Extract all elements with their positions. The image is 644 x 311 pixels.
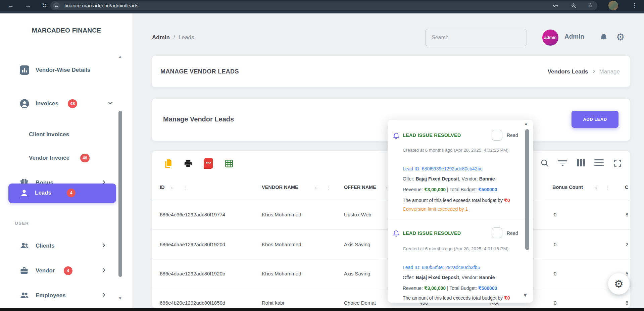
column-menu-icon[interactable]: ⋮ bbox=[605, 185, 610, 190]
read-checkbox[interactable] bbox=[492, 130, 502, 141]
banner-crumb-secondary: Manage bbox=[599, 68, 620, 75]
notifications-bell-icon[interactable] bbox=[599, 33, 608, 44]
column-menu-icon[interactable]: ⋮ bbox=[326, 185, 331, 190]
lead-id-link[interactable]: Lead ID: 680f58f3e1292adc80cb3fb5 bbox=[403, 265, 480, 270]
notification-created: Created at 6 months ago (Apr 28, 2025, 4… bbox=[403, 245, 521, 253]
browser-tabstrip-edge bbox=[0, 11, 644, 13]
leads-badge: 4 bbox=[67, 189, 76, 197]
read-label: Read bbox=[507, 133, 518, 138]
notification-exceeds-line: The amount of this lead exceeds total bu… bbox=[403, 198, 510, 203]
notification-title: LEAD ISSUE RESOLVED bbox=[403, 133, 461, 138]
bookmark-star-icon[interactable]: ☆ bbox=[588, 2, 593, 9]
sidebar-item-vendor-invoice[interactable]: Vendor Invoice 48 bbox=[29, 154, 90, 162]
column-header-partial[interactable]: C bbox=[625, 185, 628, 190]
sidebar-item-vendor[interactable]: Vendor 4 bbox=[19, 266, 107, 276]
zoom-out-icon[interactable] bbox=[571, 3, 577, 10]
sidebar-item-invoices[interactable]: Invoices 48 bbox=[19, 99, 113, 109]
filter-icon[interactable] bbox=[557, 160, 567, 166]
sidebar-item-client-invoices[interactable]: Client Invoices bbox=[29, 131, 69, 138]
gear-icon: ⚙ bbox=[614, 278, 624, 290]
breadcrumb-current: Leads bbox=[179, 34, 194, 41]
sidebar-item-clients[interactable]: Clients bbox=[19, 241, 107, 251]
sort-icon[interactable]: ↑↓ bbox=[314, 186, 317, 190]
app-brand: MARCADEO FINANCE bbox=[0, 27, 133, 34]
popup-scroll-down-icon[interactable]: ▼ bbox=[523, 292, 528, 298]
sidebar-item-leads[interactable]: Leads 4 bbox=[8, 184, 116, 203]
breadcrumb: Admin / Leads bbox=[152, 34, 194, 41]
copy-icon[interactable] bbox=[163, 158, 173, 170]
browser-back-button[interactable]: ← bbox=[7, 0, 14, 11]
notification-revenue-line: Revenue: ₹3,00,000 | Total Budget: ₹5000… bbox=[403, 187, 497, 192]
lead-id-link[interactable]: Lead ID: 680f5939e1292adc80cb42bc bbox=[403, 166, 482, 171]
breadcrumb-root[interactable]: Admin bbox=[152, 34, 170, 41]
notification-exceeds-line: The amount of this lead exceeds total bu… bbox=[403, 295, 510, 301]
density-menu-icon[interactable] bbox=[594, 159, 604, 166]
browser-reload-button[interactable]: ↻ bbox=[42, 0, 47, 11]
browser-menu-icon[interactable]: ⋮ bbox=[632, 0, 637, 11]
export-pdf-icon[interactable]: PDF bbox=[204, 158, 213, 168]
customizer-fab[interactable]: ⚙ bbox=[608, 273, 630, 295]
browser-profile-avatar[interactable] bbox=[608, 1, 618, 10]
notification-revenue-line: Revenue: ₹3,00,000 | Total Budget: ₹5000… bbox=[403, 286, 497, 291]
divider bbox=[388, 218, 533, 218]
sidebar-scrollbar[interactable] bbox=[118, 111, 122, 277]
settings-gear-icon[interactable]: ⚙ bbox=[616, 32, 625, 43]
add-lead-button[interactable]: ADD LEAD bbox=[572, 111, 618, 128]
notification-offer-line: Offer: Bajaj Fixed Deposit, Vendor: Bann… bbox=[403, 176, 495, 182]
fullscreen-icon[interactable] bbox=[613, 159, 622, 169]
notification-title: LEAD ISSUE RESOLVED bbox=[403, 230, 461, 236]
vendor-invoice-badge: 48 bbox=[80, 154, 90, 162]
browser-toolbar: ← → ↻ finance.marcadeo.in/admin/leads ☆ … bbox=[0, 0, 644, 11]
password-key-icon[interactable] bbox=[552, 3, 559, 10]
avatar-text: admin bbox=[544, 35, 557, 40]
chevron-down-icon bbox=[107, 100, 113, 107]
bottom-edge bbox=[0, 308, 644, 311]
briefcase-icon bbox=[19, 266, 30, 276]
sort-icon[interactable]: ↑↓ bbox=[170, 186, 173, 190]
column-header-bonus-count[interactable]: Bonus Count bbox=[552, 185, 583, 190]
search-input[interactable] bbox=[425, 29, 527, 46]
chevron-right-icon bbox=[101, 242, 107, 250]
column-header-vendor-name[interactable]: VENDOR NAME bbox=[262, 185, 298, 190]
notification-created: Created at 6 months ago (Apr 28, 2025, 4… bbox=[403, 146, 521, 155]
user-avatar[interactable]: admin bbox=[542, 30, 558, 46]
bell-icon bbox=[392, 229, 400, 239]
sidebar-scroll-up-icon[interactable]: ▲ bbox=[118, 54, 122, 59]
table-search-icon[interactable] bbox=[540, 158, 549, 169]
sidebar: MARCADEO FINANCE Vendor-Wise Details Inv… bbox=[0, 13, 133, 308]
banner-crumb-primary[interactable]: Vendors Leads bbox=[548, 68, 588, 75]
url-text[interactable]: finance.marcadeo.in/admin/leads bbox=[64, 3, 138, 8]
browser-address-bar[interactable]: finance.marcadeo.in/admin/leads ☆ bbox=[50, 1, 597, 10]
read-checkbox[interactable] bbox=[492, 227, 502, 238]
chevron-right-icon bbox=[591, 69, 596, 75]
browser-forward-button[interactable]: → bbox=[25, 0, 32, 11]
chevron-right-icon bbox=[101, 267, 107, 274]
column-header-id[interactable]: ID bbox=[160, 185, 165, 190]
sidebar-item-employees[interactable]: Employees bbox=[19, 291, 107, 301]
sidebar-scroll-down-icon[interactable]: ▼ bbox=[118, 296, 122, 301]
user-name[interactable]: Admin bbox=[564, 33, 584, 40]
print-icon[interactable] bbox=[184, 159, 193, 169]
person-icon bbox=[19, 188, 29, 198]
sort-icon[interactable]: ↑↓ bbox=[594, 186, 597, 190]
page-title: MANAGE VENDOR LEADS bbox=[160, 68, 239, 75]
page-banner-card: MANAGE VENDOR LEADS Vendors Leads Manage bbox=[152, 56, 630, 87]
notification-conversion-line: Conversion limit exceeded by 1 bbox=[403, 206, 468, 212]
sidebar-item-vendor-wise-details[interactable]: Vendor-Wise Details bbox=[19, 65, 90, 75]
popup-scroll-up-icon[interactable]: ▲ bbox=[524, 121, 528, 126]
vendor-badge: 4 bbox=[64, 266, 72, 275]
export-excel-icon[interactable] bbox=[225, 159, 234, 169]
people-icon bbox=[19, 241, 30, 251]
popup-scrollbar[interactable] bbox=[525, 129, 529, 250]
bell-icon bbox=[392, 132, 400, 142]
invoices-badge: 48 bbox=[68, 99, 77, 108]
column-menu-icon[interactable]: ⋮ bbox=[183, 185, 188, 190]
site-info-icon[interactable] bbox=[53, 2, 60, 9]
person-circle-icon bbox=[19, 99, 30, 109]
chevron-right-icon bbox=[101, 292, 107, 299]
notification-offer-line: Offer: Bajaj Fixed Deposit, Vendor: Bann… bbox=[403, 275, 495, 280]
columns-icon[interactable] bbox=[577, 159, 585, 166]
bar-chart-icon bbox=[19, 65, 30, 75]
breadcrumb-separator: / bbox=[174, 34, 175, 41]
column-header-offer-name[interactable]: OFFER NAME bbox=[344, 185, 376, 190]
